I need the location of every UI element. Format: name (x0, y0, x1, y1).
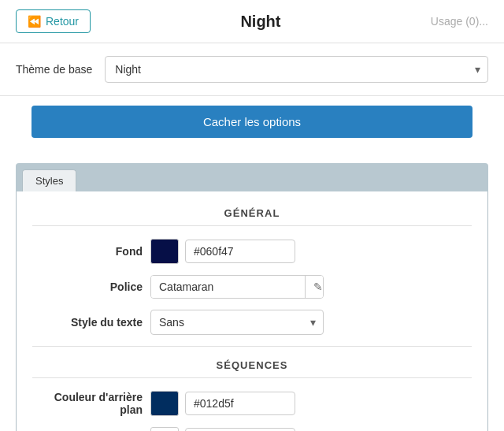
fond-label: Fond (32, 245, 143, 258)
couleur-texte-color-swatch[interactable] (150, 427, 179, 431)
back-label: Retour (46, 15, 79, 28)
back-arrow-icon: ⏪ (28, 15, 41, 28)
arriere-plan-row: Couleur d'arrière plan (32, 391, 472, 416)
hide-options-button[interactable]: Cacher les options (32, 106, 472, 138)
usage-label: Usage (0)... (431, 15, 488, 28)
style-texte-select[interactable]: Sans Serif Monospace (150, 310, 324, 335)
content-panel: GÉNÉRAL Fond Police ✎ Style du texte San… (16, 191, 488, 431)
fond-color-input[interactable] (185, 240, 295, 263)
style-texte-content: Sans Serif Monospace ▾ (150, 310, 472, 335)
back-button[interactable]: ⏪ Retour (16, 9, 91, 33)
fond-row: Fond (32, 239, 472, 264)
general-section-title: GÉNÉRAL (32, 207, 472, 226)
style-select-wrapper: Sans Serif Monospace ▾ (150, 310, 324, 335)
page-title: Night (240, 13, 280, 31)
police-input[interactable] (151, 276, 305, 298)
couleur-texte-color-input[interactable] (185, 428, 295, 431)
police-input-wrapper: ✎ (150, 275, 324, 299)
edit-icon: ✎ (313, 281, 323, 293)
sequences-section-title: SÉQUENCES (32, 359, 472, 378)
police-label: Police (32, 281, 143, 293)
edit-icon-button[interactable]: ✎ (305, 276, 324, 298)
arriere-plan-color-swatch[interactable] (150, 391, 179, 416)
arriere-plan-label: Couleur d'arrière plan (32, 391, 143, 416)
theme-select-wrapper: Night ▾ (105, 56, 488, 83)
police-row: Police ✎ (32, 275, 472, 299)
theme-base-label: Thème de base (16, 63, 92, 76)
style-texte-label: Style du texte (32, 316, 143, 329)
hide-options-container: Cacher les options (0, 96, 504, 150)
arriere-plan-content (150, 391, 472, 416)
styles-tab-area: Styles (16, 163, 488, 191)
couleur-texte-row: Couleur du texte (32, 427, 472, 431)
theme-select[interactable]: Night (105, 56, 488, 83)
fond-content (150, 239, 472, 264)
couleur-texte-content (150, 427, 472, 431)
style-texte-row: Style du texte Sans Serif Monospace ▾ (32, 310, 472, 335)
arriere-plan-color-input[interactable] (185, 392, 295, 415)
police-content: ✎ (150, 275, 472, 299)
theme-section: Thème de base Night ▾ (0, 43, 504, 96)
styles-tab[interactable]: Styles (22, 169, 76, 191)
sequences-divider (32, 346, 472, 347)
header: ⏪ Retour Night Usage (0)... (0, 0, 504, 43)
fond-color-swatch[interactable] (150, 239, 179, 264)
